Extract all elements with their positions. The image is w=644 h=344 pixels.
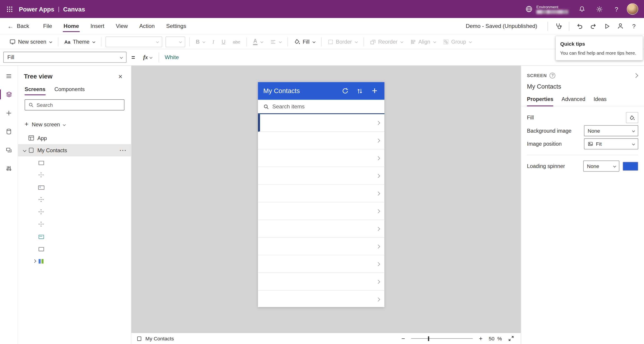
menu-item-home[interactable]: Home	[58, 18, 85, 34]
image-position-select[interactable]: Fit	[584, 138, 638, 149]
fill-button[interactable]: Fill	[290, 36, 318, 47]
contact-row[interactable]	[258, 273, 384, 291]
contact-row[interactable]	[258, 132, 384, 149]
font-size-select[interactable]	[165, 36, 185, 47]
tab-advanced[interactable]: Advanced	[562, 96, 586, 106]
chevron-right-icon[interactable]	[376, 244, 380, 248]
back-button[interactable]: Back	[0, 22, 33, 29]
italic-button[interactable]: I	[209, 36, 218, 47]
zoom-out-icon[interactable]	[402, 335, 405, 342]
share-button[interactable]	[614, 19, 627, 32]
environment-switcher[interactable]: Environment	[520, 0, 573, 18]
collapse-chevron-icon[interactable]	[21, 149, 28, 152]
tree-item[interactable]	[18, 156, 131, 169]
chevron-right-icon[interactable]	[376, 209, 380, 213]
font-color-button[interactable]: A	[249, 36, 266, 47]
menu-item-action[interactable]: Action	[134, 18, 160, 34]
waffle-icon[interactable]	[0, 0, 19, 18]
theme-button[interactable]: Theme	[61, 36, 98, 47]
tab-ideas[interactable]: Ideas	[594, 96, 607, 106]
menu-item-insert[interactable]: Insert	[85, 18, 110, 34]
undo-button[interactable]	[573, 19, 586, 32]
zoom-slider[interactable]	[411, 336, 473, 342]
contact-row[interactable]	[258, 114, 384, 132]
fit-to-window-icon[interactable]	[508, 336, 514, 342]
tree-item[interactable]	[18, 218, 131, 230]
current-screen[interactable]: My Contacts	[136, 336, 174, 342]
new-screen-button[interactable]: New screen	[6, 36, 55, 47]
contact-row[interactable]	[258, 202, 384, 220]
rail-media-button[interactable]	[0, 145, 18, 155]
app-title-bar[interactable]: My Contacts	[258, 82, 384, 100]
tree-item[interactable]	[18, 193, 131, 206]
zoom-in-icon[interactable]	[479, 335, 482, 342]
align-button[interactable]: Align	[406, 36, 439, 47]
tree-item-app[interactable]: App	[18, 132, 131, 144]
text-align-button[interactable]	[266, 36, 285, 47]
collapse-panel-button[interactable]	[634, 71, 638, 79]
tree-item[interactable]	[18, 169, 131, 181]
fill-color-picker[interactable]	[626, 112, 638, 123]
contact-row[interactable]	[258, 255, 384, 273]
rail-tree-view-button[interactable]	[0, 89, 18, 100]
menu-item-file[interactable]: File	[37, 18, 58, 34]
tab-screens[interactable]: Screens	[25, 86, 46, 95]
contact-row[interactable]	[258, 291, 384, 307]
group-button[interactable]: Group	[439, 36, 475, 47]
app-search-input[interactable]	[272, 103, 379, 109]
avatar[interactable]	[627, 3, 638, 15]
chevron-right-icon[interactable]	[376, 280, 380, 284]
contact-row[interactable]	[258, 238, 384, 255]
tree-item-screen[interactable]: My Contacts	[18, 144, 131, 156]
rail-insert-button[interactable]	[0, 107, 18, 118]
expand-chevron-icon[interactable]	[31, 260, 38, 262]
tree-item[interactable]	[18, 230, 131, 243]
refresh-icon[interactable]	[340, 86, 350, 95]
tab-properties[interactable]: Properties	[527, 96, 553, 106]
background-image-select[interactable]: None	[584, 125, 638, 136]
settings-button[interactable]	[591, 0, 608, 18]
zoom-slider-thumb[interactable]	[428, 336, 429, 341]
font-family-select[interactable]	[106, 36, 162, 47]
help-menu-icon[interactable]	[627, 19, 641, 32]
loading-spinner-select[interactable]: None	[583, 161, 620, 172]
spinner-color-swatch[interactable]	[623, 161, 638, 170]
chevron-right-icon[interactable]	[376, 156, 380, 160]
contact-row[interactable]	[258, 167, 384, 185]
rail-menu-button[interactable]	[0, 71, 18, 81]
underline-button[interactable]: U	[218, 36, 229, 47]
bold-button[interactable]: B	[192, 36, 209, 47]
add-item-icon[interactable]	[370, 86, 379, 95]
rail-data-button[interactable]	[0, 126, 18, 137]
contact-row[interactable]	[258, 220, 384, 238]
tree-item[interactable]	[18, 206, 131, 218]
new-screen-tree-button[interactable]: New screen	[25, 121, 124, 128]
menu-item-view[interactable]: View	[110, 18, 134, 34]
tab-components[interactable]: Components	[54, 86, 85, 95]
chevron-right-icon[interactable]	[376, 174, 380, 178]
contact-row[interactable]	[258, 185, 384, 203]
border-button[interactable]: Border	[324, 36, 361, 47]
chevron-right-icon[interactable]	[376, 297, 380, 301]
notifications-button[interactable]	[573, 0, 591, 18]
more-options-icon[interactable]	[120, 147, 127, 153]
fx-dropdown[interactable]: fx	[140, 54, 155, 60]
help-circle-icon[interactable]	[550, 72, 555, 78]
chevron-right-icon[interactable]	[376, 121, 380, 125]
tree-search-input[interactable]	[37, 102, 121, 108]
menu-item-settings[interactable]: Settings	[160, 18, 192, 34]
chevron-right-icon[interactable]	[376, 262, 380, 266]
tree-item[interactable]	[18, 243, 131, 255]
sort-icon[interactable]	[355, 86, 364, 95]
reorder-button[interactable]: Reorder	[366, 36, 406, 47]
rail-advanced-tools-button[interactable]	[0, 163, 18, 174]
chevron-right-icon[interactable]	[376, 191, 380, 195]
tree-item[interactable]	[18, 181, 131, 193]
screen-preview[interactable]: My Contacts	[258, 82, 384, 307]
contact-row[interactable]	[258, 149, 384, 167]
property-selector[interactable]: Fill	[3, 52, 127, 63]
preview-play-button[interactable]	[600, 19, 614, 32]
chevron-right-icon[interactable]	[376, 138, 380, 142]
redo-button[interactable]	[586, 19, 600, 32]
help-icon[interactable]	[608, 0, 625, 18]
